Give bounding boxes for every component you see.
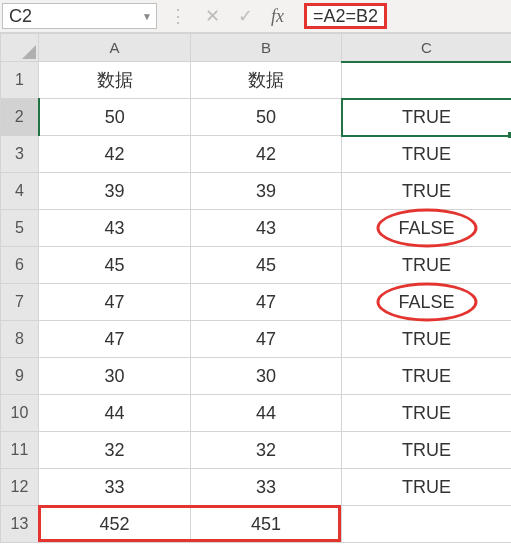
row-header[interactable]: 10	[1, 395, 39, 432]
cell-C2[interactable]: TRUE	[342, 99, 512, 136]
row-7: 7 47 47 FALSE	[1, 284, 512, 321]
cell-B13[interactable]: 451	[191, 506, 342, 543]
cell-A6[interactable]: 45	[39, 247, 191, 284]
cell-B5[interactable]: 43	[191, 210, 342, 247]
row-3: 3 42 42 TRUE	[1, 136, 512, 173]
col-header-B[interactable]: B	[191, 34, 342, 62]
cell-C3[interactable]: TRUE	[342, 136, 512, 173]
cell-C5[interactable]: FALSE	[342, 210, 512, 247]
row-4: 4 39 39 TRUE	[1, 173, 512, 210]
name-box-value: C2	[9, 6, 32, 27]
col-header-A[interactable]: A	[39, 34, 191, 62]
cell-C4[interactable]: TRUE	[342, 173, 512, 210]
cell-C10[interactable]: TRUE	[342, 395, 512, 432]
row-header[interactable]: 9	[1, 358, 39, 395]
cell-A11[interactable]: 32	[39, 432, 191, 469]
row-header[interactable]: 1	[1, 62, 39, 99]
cell-B4[interactable]: 39	[191, 173, 342, 210]
cell-A13[interactable]: 452	[39, 506, 191, 543]
row-6: 6 45 45 TRUE	[1, 247, 512, 284]
row-header[interactable]: 11	[1, 432, 39, 469]
row-8: 8 47 47 TRUE	[1, 321, 512, 358]
cell-B1[interactable]: 数据	[191, 62, 342, 99]
dots-icon[interactable]: ⋮	[169, 5, 187, 27]
row-header[interactable]: 5	[1, 210, 39, 247]
cell-A9[interactable]: 30	[39, 358, 191, 395]
cell-B7[interactable]: 47	[191, 284, 342, 321]
cell-B9[interactable]: 30	[191, 358, 342, 395]
row-header[interactable]: 3	[1, 136, 39, 173]
row-header[interactable]: 8	[1, 321, 39, 358]
row-header[interactable]: 2	[1, 99, 39, 136]
cell-C8[interactable]: TRUE	[342, 321, 512, 358]
row-9: 9 30 30 TRUE	[1, 358, 512, 395]
cell-A10[interactable]: 44	[39, 395, 191, 432]
column-header-row: A B C	[1, 34, 512, 62]
cell-C9[interactable]: TRUE	[342, 358, 512, 395]
chevron-down-icon[interactable]: ▼	[142, 11, 152, 22]
col-header-C[interactable]: C	[342, 34, 512, 62]
cell-B3[interactable]: 42	[191, 136, 342, 173]
grid-body: A B C 1 数据 数据 2 50 50 TRUE 3 42 42 TRUE …	[0, 33, 511, 543]
cell-B12[interactable]: 33	[191, 469, 342, 506]
row-13: 13 452 451	[1, 506, 512, 543]
cell-B10[interactable]: 44	[191, 395, 342, 432]
row-5: 5 43 43 FALSE	[1, 210, 512, 247]
row-12: 12 33 33 TRUE	[1, 469, 512, 506]
formula-bar-icons: ⋮ ✕ ✓ fx	[157, 5, 304, 27]
cell-B6[interactable]: 45	[191, 247, 342, 284]
cell-B2[interactable]: 50	[191, 99, 342, 136]
cell-A5[interactable]: 43	[39, 210, 191, 247]
cell-C11[interactable]: TRUE	[342, 432, 512, 469]
name-box[interactable]: C2 ▼	[2, 3, 157, 29]
formula-bar: C2 ▼ ⋮ ✕ ✓ fx =A2=B2	[0, 0, 511, 33]
row-header[interactable]: 4	[1, 173, 39, 210]
cell-A8[interactable]: 47	[39, 321, 191, 358]
cell-A7[interactable]: 47	[39, 284, 191, 321]
cell-A3[interactable]: 42	[39, 136, 191, 173]
cell-A12[interactable]: 33	[39, 469, 191, 506]
row-11: 11 32 32 TRUE	[1, 432, 512, 469]
formula-input-wrap[interactable]: =A2=B2	[304, 3, 511, 29]
row-1: 1 数据 数据	[1, 62, 512, 99]
formula-text: =A2=B2	[313, 6, 378, 27]
cell-C12[interactable]: TRUE	[342, 469, 512, 506]
row-2: 2 50 50 TRUE	[1, 99, 512, 136]
cancel-icon[interactable]: ✕	[205, 5, 220, 27]
select-all-corner[interactable]	[1, 34, 39, 62]
row-10: 10 44 44 TRUE	[1, 395, 512, 432]
cell-C1[interactable]	[342, 62, 512, 99]
cell-A4[interactable]: 39	[39, 173, 191, 210]
cell-C6[interactable]: TRUE	[342, 247, 512, 284]
enter-icon[interactable]: ✓	[238, 5, 253, 27]
row-header[interactable]: 7	[1, 284, 39, 321]
row-header[interactable]: 6	[1, 247, 39, 284]
cell-B8[interactable]: 47	[191, 321, 342, 358]
row-header[interactable]: 12	[1, 469, 39, 506]
cell-A2[interactable]: 50	[39, 99, 191, 136]
cell-C13[interactable]	[342, 506, 512, 543]
cell-C7[interactable]: FALSE	[342, 284, 512, 321]
cell-A1[interactable]: 数据	[39, 62, 191, 99]
cell-B11[interactable]: 32	[191, 432, 342, 469]
spreadsheet-grid[interactable]: A B C 1 数据 数据 2 50 50 TRUE 3 42 42 TRUE …	[0, 33, 511, 543]
formula-input-highlight: =A2=B2	[304, 3, 387, 29]
fx-icon[interactable]: fx	[271, 6, 292, 27]
row-header[interactable]: 13	[1, 506, 39, 543]
